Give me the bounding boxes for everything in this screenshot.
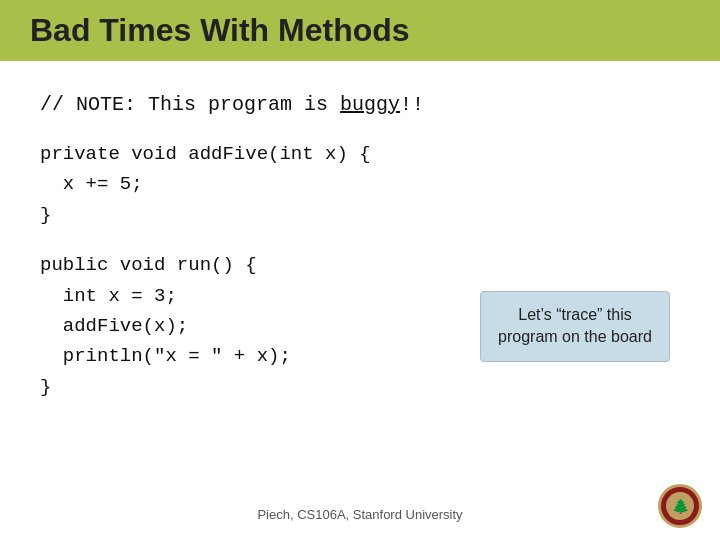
- stanford-seal: 🌲: [658, 484, 702, 528]
- main-content: // NOTE: This program is buggy!! private…: [0, 61, 720, 442]
- tooltip-text: Let’s “trace” this program on the board: [498, 306, 652, 345]
- seal-circle: 🌲: [658, 484, 702, 528]
- footer: Piech, CS106A, Stanford University: [0, 507, 720, 522]
- footer-text: Piech, CS106A, Stanford University: [257, 507, 462, 522]
- note-buggy: buggy: [340, 93, 400, 116]
- seal-tree-icon: 🌲: [672, 499, 689, 513]
- title-bar: Bad Times With Methods: [0, 0, 720, 61]
- note-this: This: [148, 93, 196, 116]
- note-prefix: // NOTE:: [40, 93, 148, 116]
- note-line: // NOTE: This program is buggy!!: [40, 91, 680, 119]
- seal-inner: 🌲: [666, 492, 694, 520]
- code-block-1: private void addFive(int x) { x += 5; }: [40, 139, 680, 230]
- code-line-2-4: }: [40, 372, 680, 402]
- tooltip-box: Let’s “trace” this program on the board: [480, 291, 670, 362]
- note-middle: program is: [196, 93, 340, 116]
- code-line-1-2: }: [40, 200, 680, 230]
- code-line-1-0: private void addFive(int x) {: [40, 139, 680, 169]
- page-title: Bad Times With Methods: [30, 12, 410, 49]
- code-line-2-0: public void run() {: [40, 250, 680, 280]
- note-exclaim: !!: [400, 93, 424, 116]
- code-line-1-1: x += 5;: [40, 169, 680, 199]
